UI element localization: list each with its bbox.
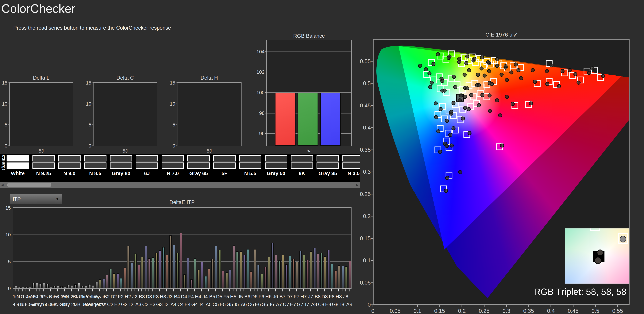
deltae-xtick xyxy=(124,289,124,291)
deltae-xtick xyxy=(346,289,346,291)
deltae-bar xyxy=(278,260,281,288)
rgb-balance-bar-blue xyxy=(320,93,341,146)
cie-measured-point xyxy=(452,126,455,130)
swatch-actual-N 3.5[interactable] xyxy=(342,155,360,161)
deltae-xtick xyxy=(222,289,223,291)
deltae-x-axis: WhiteN 9.25N 9.0N 8.5Gray 806JN 7.0Gray … xyxy=(12,289,352,314)
deltae-bar xyxy=(18,287,20,288)
deltae-xtick xyxy=(317,289,318,291)
swatch-target-Gray 65[interactable] xyxy=(187,162,210,169)
deltae-xlabel: F6 xyxy=(258,294,264,299)
cie-measured-point xyxy=(428,85,432,89)
cie-measured-point xyxy=(533,80,537,84)
cie-ytick-dash xyxy=(371,105,373,106)
swatch-actual-N 9.0[interactable] xyxy=(58,155,80,161)
swatch-actual-Gray 80[interactable] xyxy=(110,155,132,161)
swatch-actual-White[interactable] xyxy=(6,155,29,161)
swatch-actual-6K[interactable] xyxy=(291,155,313,161)
deltae-xtick xyxy=(46,289,47,291)
deltae-bar xyxy=(124,267,126,288)
cie-measured-point xyxy=(486,61,490,64)
swatch-actual-Gray 65[interactable] xyxy=(187,155,210,161)
deltae-xtick xyxy=(349,289,350,291)
swatch-actual-Gray 35[interactable] xyxy=(316,155,339,161)
swatch-target-Gray 50[interactable] xyxy=(265,162,287,169)
rgb-ytick-label: 98 xyxy=(256,110,264,116)
swatch-label: 6J xyxy=(132,171,162,176)
deltae-bar xyxy=(204,276,207,288)
swatch-actual-6J[interactable] xyxy=(136,155,158,161)
scroll-right-button[interactable]: ► xyxy=(355,182,360,188)
scroll-thumb[interactable] xyxy=(7,183,51,187)
cie-measured-point xyxy=(483,74,486,77)
deltae-bar xyxy=(246,249,249,288)
deltae-bar xyxy=(317,253,319,288)
swatch-actual-5F[interactable] xyxy=(213,155,236,161)
swatch-actual-N 7.0[interactable] xyxy=(162,155,184,161)
swatch-actual-N 9.25[interactable] xyxy=(32,155,55,161)
cie-measured-point xyxy=(452,75,456,79)
swatch-target-N 3.5[interactable] xyxy=(342,162,360,169)
cie-measured-point xyxy=(439,107,442,111)
cie-ytick-dash xyxy=(371,61,373,62)
swatch-target-White[interactable] xyxy=(6,162,29,169)
deltae-xtick xyxy=(36,289,36,291)
swatch-target-6K[interactable] xyxy=(291,162,313,169)
deltae-xtick xyxy=(279,289,279,291)
cie-ytick-dash xyxy=(371,127,373,128)
cie-measured-point xyxy=(450,112,453,115)
swatch-scrollbar[interactable]: ◄ ► xyxy=(0,182,360,188)
deltae-xtick xyxy=(170,289,170,291)
cie-measured-point xyxy=(468,131,471,135)
deltae-xtick xyxy=(194,289,195,291)
rgb-gridline xyxy=(267,72,351,72)
swatch-target-N 9.25[interactable] xyxy=(32,162,55,169)
deltae-xlabel: A9 xyxy=(346,302,352,307)
swatch-target-Gray 80[interactable] xyxy=(110,162,132,169)
cie-measured-point xyxy=(531,69,534,72)
inset-measured-point xyxy=(594,257,602,264)
cie-ytick-dash xyxy=(371,282,373,283)
swatch-target-N 9.0[interactable] xyxy=(58,162,80,169)
deltae-xlabel: I4 xyxy=(200,302,204,307)
cie-measured-point xyxy=(505,78,508,82)
deltae-bar xyxy=(36,283,38,288)
deltae-xlabel: D6 xyxy=(251,294,258,299)
cie-xtick-label: 0.25 xyxy=(479,308,490,314)
deltae-bar xyxy=(25,286,28,288)
deltae-bar xyxy=(306,260,309,288)
deltae-bar xyxy=(338,265,340,288)
swatch-target-6J[interactable] xyxy=(136,162,158,169)
deltae-bar xyxy=(50,286,52,288)
deltae-xlabel: I6 xyxy=(270,302,274,307)
cie-measured-point xyxy=(495,57,499,61)
swatch-target-N 5.5[interactable] xyxy=(239,162,261,169)
cie-ytick-dash xyxy=(371,172,373,172)
deltae-xlabel: G4 xyxy=(192,302,198,307)
swatch-actual-N 8.5[interactable] xyxy=(84,155,106,161)
deltae-xlabel: A6 xyxy=(241,302,247,307)
cie-measured-point xyxy=(466,55,469,58)
swatch-target-5F[interactable] xyxy=(213,162,236,169)
swatch-target-Gray 35[interactable] xyxy=(316,162,339,169)
deltae-xlabel: G3 xyxy=(156,302,163,307)
deltae-bar xyxy=(64,287,66,288)
cie-xtick-label: 0.3 xyxy=(502,308,510,314)
deltae-bar xyxy=(159,250,161,288)
deltae-xlabel: G5 xyxy=(226,302,233,307)
swatch-target-N 8.5[interactable] xyxy=(84,162,106,169)
deltae-xlabel: B4 xyxy=(174,294,180,299)
deltae-xtick xyxy=(142,289,142,291)
delta-ytick-dash xyxy=(176,83,177,83)
deltae-xtick xyxy=(64,289,65,291)
cie-ytick-label: 0.05 xyxy=(356,279,371,286)
swatch-actual-N 5.5[interactable] xyxy=(239,155,261,161)
swatch-target-N 7.0[interactable] xyxy=(162,162,184,169)
cie-measured-point xyxy=(500,144,504,147)
cie-measured-point xyxy=(557,84,561,88)
scroll-left-button[interactable]: ◄ xyxy=(0,182,5,188)
cie-measured-point xyxy=(458,60,461,64)
swatch-label: Gray 35 xyxy=(313,171,342,176)
deltae-xtick xyxy=(201,289,202,291)
swatch-actual-Gray 50[interactable] xyxy=(265,155,287,161)
